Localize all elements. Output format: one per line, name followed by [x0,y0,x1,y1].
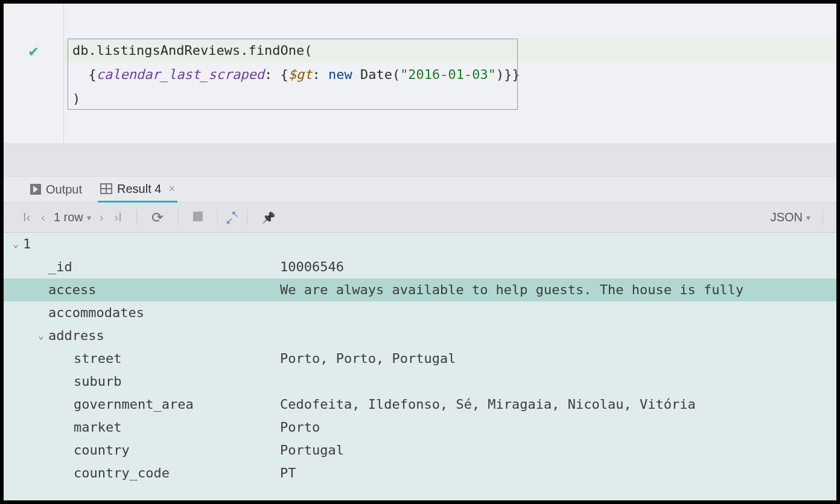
query-editor: ✔ db.listingsAndReviews.findOne( {calend… [4,4,836,143]
tree-row[interactable]: government_areaCedofeita, Ildefonso, Sé,… [4,393,836,416]
checkmark-icon: ✔ [29,42,39,60]
tree-value: Cedofeita, Ildefonso, Sé, Miragaia, Nico… [280,398,696,411]
code-line[interactable]: ) [64,87,836,111]
tree-key: country [74,444,130,457]
grid-icon [100,183,112,194]
row-count-dropdown[interactable]: 1 row ▾ [54,210,91,224]
tree-key: accommodates [48,306,144,320]
tree-row[interactable]: accommodates [4,301,836,324]
tree-value: We are always available to help guests. … [280,283,743,297]
refresh-icon[interactable] [149,209,166,226]
tree-key: access [48,283,96,297]
tree-key: market [74,421,121,434]
prev-page-button[interactable]: ‹ [39,210,48,224]
tree-row[interactable]: marketPorto [4,416,836,439]
close-icon[interactable]: × [168,183,175,195]
expander-icon[interactable]: ⌄ [34,331,48,341]
tree-value: PT [280,467,296,480]
tab-output[interactable]: Output [28,177,84,202]
editor-gutter: ✔ [4,4,64,143]
tree-value: Porto, Porto, Portugal [280,352,456,365]
chevron-down-icon: ▾ [806,213,810,222]
chevron-down-icon: ▾ [87,213,91,222]
tree-row[interactable]: countryPortugal [4,439,836,462]
tab-result-label: Result 4 [117,182,161,196]
tree-key: address [48,329,104,342]
code-area[interactable]: db.listingsAndReviews.findOne( {calendar… [64,4,836,143]
stop-button[interactable] [191,210,205,224]
tree-row[interactable]: streetPorto, Porto, Portugal [4,347,836,370]
tree-key: _id [48,260,72,274]
tree-value: 10006546 [280,260,344,274]
tree-key: street [74,352,121,365]
separator-strip [4,143,836,176]
play-icon [30,184,41,195]
next-page-button[interactable]: › [97,210,106,224]
tree-row[interactable]: country_codePT [4,462,836,485]
tab-output-label: Output [46,183,82,197]
view-mode-label: JSON [771,210,803,224]
expander-icon[interactable]: ⌄ [8,239,23,249]
row-count-label: 1 row [54,210,83,224]
tree-key: suburb [74,375,121,388]
code-line[interactable]: db.listingsAndReviews.findOne( [64,39,836,63]
tree-key: government_area [74,398,194,411]
stop-icon [193,212,203,221]
tree-row[interactable]: accessWe are always available to help gu… [4,279,836,301]
result-tabs: Output Result 4 × [4,176,836,203]
view-mode-dropdown[interactable]: JSON ▾ [771,210,810,224]
tree-value: Porto [280,421,320,434]
tree-row[interactable]: _id10006546 [4,256,836,279]
result-tree[interactable]: ⌄ 1 _id10006546accessWe are always avail… [4,233,836,500]
app-frame: ✔ db.listingsAndReviews.findOne( {calend… [0,0,840,504]
last-page-button[interactable]: ›I [112,210,124,224]
tree-root-row[interactable]: ⌄ 1 [4,233,836,256]
tab-result[interactable]: Result 4 × [98,177,177,203]
tree-row[interactable]: suburb [4,370,836,393]
first-page-button[interactable]: I‹ [21,210,33,224]
tree-key: country_code [74,467,170,480]
result-toolbar: I‹ ‹ 1 row ▾ › ›I JSON ▾ [4,203,836,233]
pin-icon [262,210,275,224]
code-line[interactable]: {calendar_last_scraped: {$gt: new Date("… [64,63,836,87]
tree-row[interactable]: ⌄address [4,324,836,347]
pin-button[interactable] [259,210,278,224]
tree-root-index: 1 [23,238,31,251]
tree-value: Portugal [280,444,344,457]
